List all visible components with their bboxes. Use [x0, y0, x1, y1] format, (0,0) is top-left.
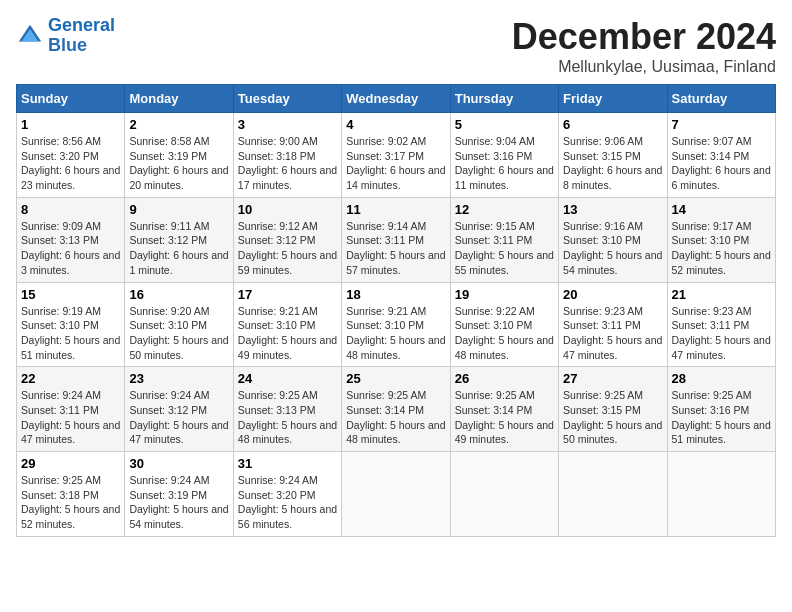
day-number: 25	[346, 371, 445, 386]
calendar-cell: 6 Sunrise: 9:06 AMSunset: 3:15 PMDayligh…	[559, 113, 667, 198]
day-number: 2	[129, 117, 228, 132]
calendar-cell: 24 Sunrise: 9:25 AMSunset: 3:13 PMDaylig…	[233, 367, 341, 452]
day-number: 19	[455, 287, 554, 302]
day-detail: Sunrise: 9:06 AMSunset: 3:15 PMDaylight:…	[563, 135, 662, 191]
calendar-cell: 17 Sunrise: 9:21 AMSunset: 3:10 PMDaylig…	[233, 282, 341, 367]
day-detail: Sunrise: 9:25 AMSunset: 3:16 PMDaylight:…	[672, 389, 771, 445]
day-detail: Sunrise: 9:23 AMSunset: 3:11 PMDaylight:…	[563, 305, 662, 361]
calendar-cell: 31 Sunrise: 9:24 AMSunset: 3:20 PMDaylig…	[233, 452, 341, 537]
day-detail: Sunrise: 9:07 AMSunset: 3:14 PMDaylight:…	[672, 135, 771, 191]
subtitle: Mellunkylae, Uusimaa, Finland	[512, 58, 776, 76]
day-number: 16	[129, 287, 228, 302]
calendar-cell: 9 Sunrise: 9:11 AMSunset: 3:12 PMDayligh…	[125, 197, 233, 282]
day-detail: Sunrise: 9:11 AMSunset: 3:12 PMDaylight:…	[129, 220, 228, 276]
day-detail: Sunrise: 9:00 AMSunset: 3:18 PMDaylight:…	[238, 135, 337, 191]
calendar-cell: 5 Sunrise: 9:04 AMSunset: 3:16 PMDayligh…	[450, 113, 558, 198]
day-detail: Sunrise: 9:21 AMSunset: 3:10 PMDaylight:…	[346, 305, 445, 361]
calendar-cell	[342, 452, 450, 537]
day-detail: Sunrise: 8:58 AMSunset: 3:19 PMDaylight:…	[129, 135, 228, 191]
calendar-cell: 8 Sunrise: 9:09 AMSunset: 3:13 PMDayligh…	[17, 197, 125, 282]
day-detail: Sunrise: 9:25 AMSunset: 3:14 PMDaylight:…	[455, 389, 554, 445]
day-number: 9	[129, 202, 228, 217]
calendar-cell: 2 Sunrise: 8:58 AMSunset: 3:19 PMDayligh…	[125, 113, 233, 198]
day-number: 17	[238, 287, 337, 302]
header: General Blue December 2024 Mellunkylae, …	[16, 16, 776, 76]
day-detail: Sunrise: 9:12 AMSunset: 3:12 PMDaylight:…	[238, 220, 337, 276]
day-number: 10	[238, 202, 337, 217]
calendar-cell: 7 Sunrise: 9:07 AMSunset: 3:14 PMDayligh…	[667, 113, 775, 198]
calendar-cell: 27 Sunrise: 9:25 AMSunset: 3:15 PMDaylig…	[559, 367, 667, 452]
day-number: 21	[672, 287, 771, 302]
calendar-week-row: 22 Sunrise: 9:24 AMSunset: 3:11 PMDaylig…	[17, 367, 776, 452]
day-number: 14	[672, 202, 771, 217]
calendar-cell: 20 Sunrise: 9:23 AMSunset: 3:11 PMDaylig…	[559, 282, 667, 367]
day-detail: Sunrise: 9:16 AMSunset: 3:10 PMDaylight:…	[563, 220, 662, 276]
calendar-cell	[559, 452, 667, 537]
header-day-saturday: Saturday	[667, 85, 775, 113]
calendar-cell: 13 Sunrise: 9:16 AMSunset: 3:10 PMDaylig…	[559, 197, 667, 282]
day-detail: Sunrise: 9:22 AMSunset: 3:10 PMDaylight:…	[455, 305, 554, 361]
logo-icon	[16, 22, 44, 50]
header-day-wednesday: Wednesday	[342, 85, 450, 113]
day-number: 5	[455, 117, 554, 132]
day-number: 24	[238, 371, 337, 386]
day-detail: Sunrise: 9:25 AMSunset: 3:18 PMDaylight:…	[21, 474, 120, 530]
day-number: 28	[672, 371, 771, 386]
calendar-cell: 26 Sunrise: 9:25 AMSunset: 3:14 PMDaylig…	[450, 367, 558, 452]
logo: General Blue	[16, 16, 115, 56]
day-number: 26	[455, 371, 554, 386]
calendar-cell: 14 Sunrise: 9:17 AMSunset: 3:10 PMDaylig…	[667, 197, 775, 282]
day-detail: Sunrise: 9:20 AMSunset: 3:10 PMDaylight:…	[129, 305, 228, 361]
day-detail: Sunrise: 9:23 AMSunset: 3:11 PMDaylight:…	[672, 305, 771, 361]
day-number: 30	[129, 456, 228, 471]
calendar-cell: 16 Sunrise: 9:20 AMSunset: 3:10 PMDaylig…	[125, 282, 233, 367]
day-number: 23	[129, 371, 228, 386]
calendar-cell: 10 Sunrise: 9:12 AMSunset: 3:12 PMDaylig…	[233, 197, 341, 282]
day-number: 18	[346, 287, 445, 302]
day-number: 29	[21, 456, 120, 471]
calendar-cell: 25 Sunrise: 9:25 AMSunset: 3:14 PMDaylig…	[342, 367, 450, 452]
day-number: 15	[21, 287, 120, 302]
calendar-cell: 21 Sunrise: 9:23 AMSunset: 3:11 PMDaylig…	[667, 282, 775, 367]
calendar-cell: 29 Sunrise: 9:25 AMSunset: 3:18 PMDaylig…	[17, 452, 125, 537]
header-day-monday: Monday	[125, 85, 233, 113]
day-number: 12	[455, 202, 554, 217]
calendar-week-row: 8 Sunrise: 9:09 AMSunset: 3:13 PMDayligh…	[17, 197, 776, 282]
day-detail: Sunrise: 9:25 AMSunset: 3:13 PMDaylight:…	[238, 389, 337, 445]
day-detail: Sunrise: 9:09 AMSunset: 3:13 PMDaylight:…	[21, 220, 120, 276]
day-detail: Sunrise: 9:24 AMSunset: 3:12 PMDaylight:…	[129, 389, 228, 445]
day-detail: Sunrise: 9:24 AMSunset: 3:19 PMDaylight:…	[129, 474, 228, 530]
day-number: 3	[238, 117, 337, 132]
header-day-sunday: Sunday	[17, 85, 125, 113]
calendar-cell: 22 Sunrise: 9:24 AMSunset: 3:11 PMDaylig…	[17, 367, 125, 452]
day-detail: Sunrise: 9:17 AMSunset: 3:10 PMDaylight:…	[672, 220, 771, 276]
calendar-table: SundayMondayTuesdayWednesdayThursdayFrid…	[16, 84, 776, 537]
calendar-cell: 23 Sunrise: 9:24 AMSunset: 3:12 PMDaylig…	[125, 367, 233, 452]
day-number: 20	[563, 287, 662, 302]
day-number: 8	[21, 202, 120, 217]
day-detail: Sunrise: 9:19 AMSunset: 3:10 PMDaylight:…	[21, 305, 120, 361]
calendar-week-row: 29 Sunrise: 9:25 AMSunset: 3:18 PMDaylig…	[17, 452, 776, 537]
day-number: 4	[346, 117, 445, 132]
calendar-cell: 19 Sunrise: 9:22 AMSunset: 3:10 PMDaylig…	[450, 282, 558, 367]
calendar-cell: 18 Sunrise: 9:21 AMSunset: 3:10 PMDaylig…	[342, 282, 450, 367]
day-number: 13	[563, 202, 662, 217]
day-number: 7	[672, 117, 771, 132]
calendar-cell: 28 Sunrise: 9:25 AMSunset: 3:16 PMDaylig…	[667, 367, 775, 452]
day-detail: Sunrise: 8:56 AMSunset: 3:20 PMDaylight:…	[21, 135, 120, 191]
calendar-header-row: SundayMondayTuesdayWednesdayThursdayFrid…	[17, 85, 776, 113]
day-detail: Sunrise: 9:25 AMSunset: 3:15 PMDaylight:…	[563, 389, 662, 445]
calendar-cell: 3 Sunrise: 9:00 AMSunset: 3:18 PMDayligh…	[233, 113, 341, 198]
day-number: 27	[563, 371, 662, 386]
day-detail: Sunrise: 9:04 AMSunset: 3:16 PMDaylight:…	[455, 135, 554, 191]
day-detail: Sunrise: 9:24 AMSunset: 3:11 PMDaylight:…	[21, 389, 120, 445]
header-day-tuesday: Tuesday	[233, 85, 341, 113]
main-title: December 2024	[512, 16, 776, 58]
calendar-week-row: 1 Sunrise: 8:56 AMSunset: 3:20 PMDayligh…	[17, 113, 776, 198]
header-day-thursday: Thursday	[450, 85, 558, 113]
calendar-week-row: 15 Sunrise: 9:19 AMSunset: 3:10 PMDaylig…	[17, 282, 776, 367]
day-number: 11	[346, 202, 445, 217]
calendar-cell: 4 Sunrise: 9:02 AMSunset: 3:17 PMDayligh…	[342, 113, 450, 198]
day-detail: Sunrise: 9:14 AMSunset: 3:11 PMDaylight:…	[346, 220, 445, 276]
day-detail: Sunrise: 9:25 AMSunset: 3:14 PMDaylight:…	[346, 389, 445, 445]
